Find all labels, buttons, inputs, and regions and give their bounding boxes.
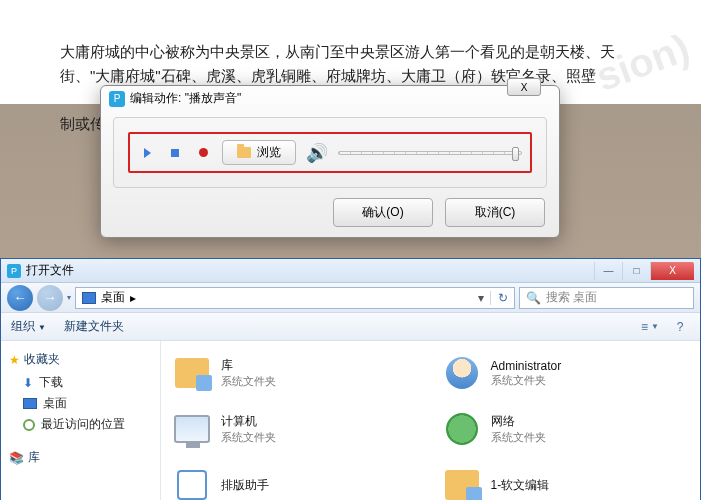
list-item[interactable]: Administrator系统文件夹 xyxy=(441,347,691,399)
folder-icon xyxy=(445,470,479,500)
open-file-window: P 打开文件 — □ X ← → ▾ 桌面 ▸ ▾ ↻ 🔍 搜索 桌面 组织▼ … xyxy=(0,258,701,500)
cancel-button[interactable]: 取消(C) xyxy=(445,198,545,227)
library-icon: 📚 xyxy=(9,451,24,465)
record-button[interactable] xyxy=(194,144,212,162)
refresh-icon: ↻ xyxy=(498,291,508,305)
volume-slider[interactable] xyxy=(338,151,522,155)
browse-button[interactable]: 浏览 xyxy=(222,140,296,165)
play-icon xyxy=(144,148,151,158)
app-icon: P xyxy=(7,264,21,278)
open-file-title: 打开文件 xyxy=(26,262,74,279)
close-button[interactable]: X xyxy=(650,262,694,280)
network-icon xyxy=(446,413,478,445)
list-item[interactable]: 排版助手 xyxy=(171,459,421,500)
help-button[interactable]: ? xyxy=(670,318,690,336)
play-button[interactable] xyxy=(138,144,156,162)
stop-button[interactable] xyxy=(166,144,184,162)
download-icon: ⬇ xyxy=(23,376,33,390)
volume-thumb[interactable] xyxy=(512,147,519,161)
dialog-title-text: 编辑动作: "播放声音" xyxy=(130,90,241,107)
sidebar-item-recent[interactable]: 最近访问的位置 xyxy=(5,414,156,435)
minimize-button[interactable]: — xyxy=(594,262,622,280)
sidebar-favorites[interactable]: ★收藏夹 xyxy=(9,351,152,368)
desktop-icon xyxy=(82,292,96,304)
nav-bar: ← → ▾ 桌面 ▸ ▾ ↻ 🔍 搜索 桌面 xyxy=(1,283,700,313)
highlighted-controls: 浏览 🔊 xyxy=(128,132,532,173)
file-browser-body: ★收藏夹 ⬇下载 桌面 最近访问的位置 📚库 库系统文件夹 Administra… xyxy=(1,341,700,500)
toolbar: 组织▼ 新建文件夹 ≡▼ ? xyxy=(1,313,700,341)
user-icon xyxy=(446,357,478,389)
open-file-titlebar[interactable]: P 打开文件 — □ X xyxy=(1,259,700,283)
address-bar[interactable]: 桌面 ▸ ▾ ↻ xyxy=(75,287,515,309)
browse-label: 浏览 xyxy=(257,144,281,161)
maximize-button[interactable]: □ xyxy=(622,262,650,280)
file-list[interactable]: 库系统文件夹 Administrator系统文件夹 计算机系统文件夹 网络系统文… xyxy=(161,341,700,500)
list-item[interactable]: 网络系统文件夹 xyxy=(441,403,691,455)
organize-button[interactable]: 组织▼ xyxy=(11,318,46,335)
edit-action-dialog: X P 编辑动作: "播放声音" 浏览 🔊 确认(O) 取消(C) xyxy=(100,85,560,238)
sidebar: ★收藏夹 ⬇下载 桌面 最近访问的位置 📚库 xyxy=(1,341,161,500)
dialog-titlebar[interactable]: P 编辑动作: "播放声音" xyxy=(101,86,559,111)
stop-icon xyxy=(171,149,179,157)
address-dropdown[interactable]: ▾ xyxy=(472,291,490,305)
star-icon: ★ xyxy=(9,353,20,367)
new-folder-button[interactable]: 新建文件夹 xyxy=(64,318,124,335)
sidebar-library[interactable]: 📚库 xyxy=(9,449,152,466)
dialog-body: 浏览 🔊 xyxy=(113,117,547,188)
dialog-close-button[interactable]: X xyxy=(507,78,541,96)
search-placeholder: 搜索 桌面 xyxy=(546,289,597,306)
library-icon xyxy=(175,358,209,388)
address-segment[interactable]: 桌面 ▸ xyxy=(76,289,142,306)
nav-history-dropdown[interactable]: ▾ xyxy=(67,293,71,302)
window-buttons: — □ X xyxy=(594,262,694,280)
chevron-right-icon[interactable]: ▸ xyxy=(130,291,136,305)
refresh-button[interactable]: ↻ xyxy=(490,291,514,305)
list-item[interactable]: 计算机系统文件夹 xyxy=(171,403,421,455)
clock-icon xyxy=(23,419,35,431)
dialog-footer: 确认(O) 取消(C) xyxy=(101,188,559,237)
forward-button[interactable]: → xyxy=(37,285,63,311)
speaker-icon: 🔊 xyxy=(306,142,328,164)
record-icon xyxy=(199,148,208,157)
sidebar-item-desktop[interactable]: 桌面 xyxy=(5,393,156,414)
list-item[interactable]: 1-软文编辑 xyxy=(441,459,691,500)
search-icon: 🔍 xyxy=(526,291,541,305)
computer-icon xyxy=(174,415,210,443)
desktop-icon xyxy=(23,398,37,409)
app-icon xyxy=(177,470,207,500)
list-item[interactable]: 库系统文件夹 xyxy=(171,347,421,399)
search-input[interactable]: 🔍 搜索 桌面 xyxy=(519,287,694,309)
app-icon: P xyxy=(109,91,125,107)
sidebar-item-downloads[interactable]: ⬇下载 xyxy=(5,372,156,393)
back-button[interactable]: ← xyxy=(7,285,33,311)
address-text: 桌面 xyxy=(101,289,125,306)
folder-icon xyxy=(237,147,251,158)
view-button[interactable]: ≡▼ xyxy=(640,318,660,336)
ok-button[interactable]: 确认(O) xyxy=(333,198,433,227)
